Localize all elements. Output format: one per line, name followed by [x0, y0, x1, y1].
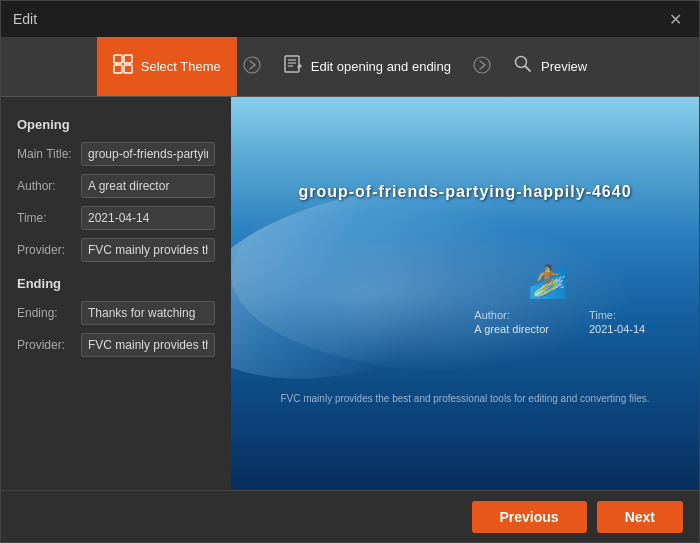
- ending-section-label: Ending: [17, 276, 215, 291]
- preview-label: Preview: [541, 59, 587, 74]
- author-meta-value: A great director: [474, 323, 549, 335]
- opening-section-label: Opening: [17, 117, 215, 132]
- time-meta-value: 2021-04-14: [589, 323, 664, 335]
- ending-input[interactable]: [81, 301, 215, 325]
- svg-point-4: [244, 57, 260, 73]
- provider-row: Provider:: [17, 238, 215, 262]
- window-title: Edit: [13, 11, 37, 27]
- next-button[interactable]: Next: [597, 501, 683, 533]
- ending-label: Ending:: [17, 306, 75, 320]
- toolbar-select-theme[interactable]: Select Theme: [97, 37, 237, 96]
- toolbar-edit-opening[interactable]: Edit opening and ending: [267, 37, 467, 96]
- main-content: Opening Main Title: Author: Time: Provid…: [1, 97, 699, 490]
- preview-provider-text: FVC mainly provides the best and profess…: [280, 393, 649, 404]
- svg-point-9: [474, 57, 490, 73]
- preview-icon: [513, 54, 533, 79]
- svg-rect-1: [124, 55, 132, 63]
- provider-input[interactable]: [81, 238, 215, 262]
- sidebar: Opening Main Title: Author: Time: Provid…: [1, 97, 231, 490]
- main-title-label: Main Title:: [17, 147, 75, 161]
- main-title-row: Main Title:: [17, 142, 215, 166]
- svg-rect-5: [285, 56, 299, 72]
- author-meta-label: Author:: [474, 309, 549, 321]
- provider-label: Provider:: [17, 243, 75, 257]
- select-theme-label: Select Theme: [141, 59, 221, 74]
- preview-title: group-of-friends-partying-happily-4640: [298, 183, 631, 201]
- svg-rect-3: [124, 65, 132, 73]
- toolbar-preview[interactable]: Preview: [497, 37, 603, 96]
- previous-button[interactable]: Previous: [472, 501, 587, 533]
- close-button[interactable]: ✕: [663, 7, 687, 31]
- edit-icon: [283, 54, 303, 79]
- ending-provider-row: Provider:: [17, 333, 215, 357]
- main-title-input[interactable]: [81, 142, 215, 166]
- toolbar-arrow-2: [467, 56, 497, 78]
- author-input[interactable]: [81, 174, 215, 198]
- preview-area: 🏄 group-of-friends-partying-happily-4640…: [231, 97, 699, 490]
- author-row: Author:: [17, 174, 215, 198]
- ending-provider-label: Provider:: [17, 338, 75, 352]
- preview-meta: Author: Time: A great director 2021-04-1…: [474, 309, 663, 335]
- time-input[interactable]: [81, 206, 215, 230]
- titlebar: Edit ✕: [1, 1, 699, 37]
- svg-point-10: [515, 57, 526, 68]
- toolbar: Select Theme Edit opening and ending: [1, 37, 699, 97]
- edit-opening-label: Edit opening and ending: [311, 59, 451, 74]
- ending-row: Ending:: [17, 301, 215, 325]
- toolbar-arrow-1: [237, 56, 267, 78]
- svg-line-11: [525, 67, 530, 72]
- ending-provider-input[interactable]: [81, 333, 215, 357]
- svg-rect-2: [114, 65, 122, 73]
- theme-icon: [113, 54, 133, 79]
- surfer-silhouette: 🏄: [528, 262, 568, 300]
- author-label: Author:: [17, 179, 75, 193]
- time-row: Time:: [17, 206, 215, 230]
- svg-rect-0: [114, 55, 122, 63]
- ocean-background: 🏄 group-of-friends-partying-happily-4640…: [231, 97, 699, 490]
- edit-window: Edit ✕ Select Theme: [0, 0, 700, 543]
- time-label: Time:: [17, 211, 75, 225]
- footer: Previous Next: [1, 490, 699, 542]
- time-meta-label: Time:: [589, 309, 664, 321]
